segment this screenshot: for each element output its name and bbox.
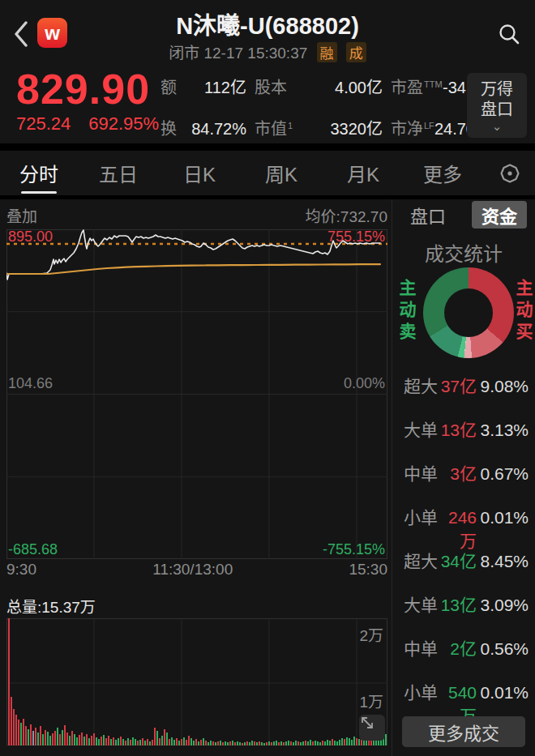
y-min-price: -685.68 (8, 542, 58, 557)
quote-stats: 额112亿 股本4.00亿 市盈TTM-341 换84.72% 市值13320亿… (160, 75, 459, 139)
margin-badge: 融 (317, 42, 337, 62)
expand-icon (359, 715, 375, 731)
tab-weekly-k[interactable]: 周K (240, 151, 323, 195)
active-sell-label: 主动卖 (394, 279, 418, 344)
funds-rows: 超大37亿9.08% 大单13亿3.13% 中单3亿0.67% 小单246万0.… (404, 373, 529, 723)
header: w N沐曦-U(688802) 闭市 12-17 15:30:37 融 成 (0, 0, 535, 71)
wind-order-book-button[interactable]: 万得 盘口 ⌄ (467, 73, 527, 138)
vol-axis-2w: 2万 (359, 623, 383, 645)
tab-intraday[interactable]: 分时 (0, 151, 78, 195)
market-status-line: 闭市 12-17 15:30:37 融 成 (0, 41, 535, 62)
stat-shares: 股本4.00亿 (255, 75, 383, 98)
avg-price-label: 均价:732.70 (306, 204, 387, 226)
tab-five-day[interactable]: 五日 (78, 151, 159, 195)
funds-panel-tabs: 盘口 资金 (392, 203, 535, 227)
buy-row-md: 中单3亿0.67% (404, 460, 529, 504)
volume-chart[interactable]: 2万 1万 (6, 618, 387, 745)
stat-pb: 市净LF24.70 (391, 116, 475, 139)
last-price: 829.90 (16, 65, 150, 113)
volume-total-label: 总量:15.37万 (6, 595, 96, 617)
buy-row-xl: 超大37亿9.08% (404, 373, 529, 416)
y-mid-pct: 0.00% (344, 376, 385, 391)
buy-row-lg: 大单13亿3.13% (404, 416, 529, 460)
quote-section: 829.90 725.24692.95% 额112亿 股本4.00亿 市盈TTM… (0, 71, 535, 143)
buy-row-sm: 小单246万0.01% (404, 504, 529, 548)
intraday-chart-canvas (6, 229, 387, 559)
y-min-pct: -755.15% (323, 542, 385, 557)
tab-order-book[interactable]: 盘口 (400, 201, 456, 229)
trade-stats-donut (423, 267, 514, 358)
y-max-price: 895.00 (8, 229, 53, 244)
main-content: 叠加 均价:732.70 895.00 755.15% 104.66 0.00%… (0, 199, 535, 756)
time-axis: 9:30 11:30/13:00 15:30 (6, 561, 387, 579)
overlay-label[interactable]: 叠加 (6, 204, 37, 226)
sell-row-md: 中单2亿0.56% (404, 635, 529, 679)
search-icon (498, 23, 520, 45)
price-change-pct: 692.95% (88, 113, 159, 134)
stat-turnover: 换84.72% (160, 116, 246, 139)
intraday-chart[interactable]: 895.00 755.15% 104.66 0.00% -685.68 -755… (6, 229, 387, 559)
chart-settings-button[interactable] (499, 163, 520, 184)
tab-daily-k[interactable]: 日K (159, 151, 240, 195)
expand-chart-button[interactable] (359, 715, 385, 741)
chart-column: 叠加 均价:732.70 895.00 755.15% 104.66 0.00%… (0, 199, 392, 756)
chart-header: 叠加 均价:732.70 (6, 204, 387, 226)
tab-monthly-k[interactable]: 月K (323, 151, 404, 195)
price-change: 725.24 (16, 113, 71, 134)
price-change-line: 725.24692.95% (16, 113, 177, 135)
sell-row-xl: 超大34亿8.45% (404, 548, 529, 592)
stock-detail-screen: w N沐曦-U(688802) 闭市 12-17 15:30:37 融 成 82… (0, 0, 535, 756)
funds-panel: 盘口 资金 成交统计 主动卖 主动买 超大37亿9.08% 大单13亿3.13%… (392, 199, 535, 756)
trade-stats-donut-area: 主动卖 主动买 (392, 267, 535, 368)
active-buy-label: 主动买 (511, 279, 535, 344)
stat-marketcap: 市值13320亿 (255, 116, 383, 139)
time-open: 9:30 (6, 561, 36, 579)
settings-icon (499, 163, 520, 184)
tab-funds[interactable]: 资金 (472, 201, 527, 229)
time-noon: 11:30/13:00 (152, 561, 233, 579)
component-badge: 成 (346, 42, 366, 62)
trade-stats-title: 成交统计 (392, 238, 535, 267)
y-mid-price: 104.66 (8, 376, 53, 391)
chart-period-tabs: 分时 五日 日K 周K 月K 更多 (0, 151, 535, 195)
quote-datetime: 12-17 15:30:37 (203, 45, 307, 62)
more-trades-button[interactable]: 更多成交 (402, 716, 525, 747)
volume-chart-canvas (6, 618, 387, 745)
y-max-pct: 755.15% (327, 229, 385, 244)
stat-pe: 市盈TTM-341 (391, 75, 475, 98)
market-status: 闭市 (169, 45, 199, 62)
time-close: 15:30 (349, 561, 387, 579)
chevron-down-icon: ⌄ (492, 122, 503, 131)
vol-axis-1w: 1万 (359, 690, 383, 711)
page-title: N沐曦-U(688802) (0, 6, 535, 41)
search-button[interactable] (494, 19, 524, 49)
stat-amount: 额112亿 (160, 75, 246, 98)
divider (0, 143, 535, 151)
sell-row-lg: 大单13亿3.09% (404, 592, 529, 635)
tab-more[interactable]: 更多 (404, 151, 481, 195)
